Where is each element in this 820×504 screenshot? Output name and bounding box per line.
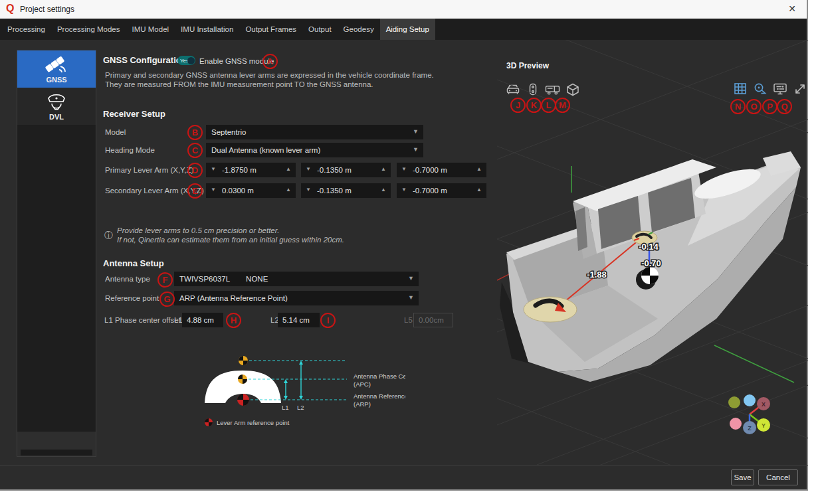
antenna-type-value: TWIVSP6037L (179, 275, 230, 283)
toggle-knob (187, 57, 195, 64)
dvl-icon (43, 92, 70, 112)
spin-down-icon[interactable]: ▼ (306, 187, 311, 193)
sidebar-item-gnss[interactable]: GNSS (17, 50, 96, 88)
secondary-lever-x-spinbox[interactable]: ▼ 0.0300 m ▲ (206, 183, 296, 198)
heading-mode-label: Heading Mode (105, 146, 155, 154)
save-button[interactable]: Save (731, 469, 754, 485)
model-label: Model (105, 128, 126, 136)
settings-tabbar: Processing Processing Modes IMU Model IM… (0, 19, 807, 40)
primary-lever-arm-label: Primary Lever Arm (X,Y,Z) (105, 166, 193, 174)
diagram-arp-label2: (ARP) (354, 400, 371, 408)
enable-gnss-toggle[interactable]: Yes (177, 56, 195, 65)
spin-up-icon[interactable]: ▲ (476, 187, 482, 193)
chevron-down-icon: ▼ (413, 146, 419, 153)
diagram-legend-label: Lever Arm reference point (217, 419, 290, 426)
chevron-down-icon: ▼ (408, 275, 414, 282)
secondary-lever-x-value: 0.0300 m (222, 187, 254, 195)
tab-geodesy[interactable]: Geodesy (338, 19, 380, 40)
chevron-down-icon: ▼ (413, 128, 419, 135)
diagram-apc-label1: Antenna Phase Center (354, 373, 405, 380)
antenna-setup-header: Antenna Setup (103, 258, 164, 268)
l1-label: L1 (174, 316, 183, 324)
annotation-m: M (555, 98, 570, 113)
l1-offset-input[interactable] (182, 313, 223, 327)
project-settings-dialog: Q Project settings ✕ Processing Processi… (0, 0, 808, 491)
primary-lever-z-spinbox[interactable]: ▼ -0.7000 m ▲ (397, 163, 486, 177)
l2-offset-input[interactable] (278, 313, 320, 327)
tab-imu-installation[interactable]: IMU Installation (175, 19, 239, 40)
annotation-l: L (541, 98, 556, 113)
primary-lever-y-value: -0.1350 m (317, 166, 352, 174)
tab-output-frames[interactable]: Output Frames (239, 19, 302, 40)
annotation-h: H (226, 313, 241, 328)
annotation-j: J (510, 98, 526, 113)
gnss-description-line2: They are measured FROM the IMU measureme… (105, 80, 373, 90)
spin-up-icon[interactable]: ▲ (381, 187, 386, 193)
spin-up-icon[interactable]: ▲ (286, 187, 291, 193)
model-value: Septentrio (211, 128, 246, 136)
tab-output[interactable]: Output (302, 19, 338, 40)
spin-down-icon[interactable]: ▼ (306, 166, 311, 172)
reference-point-dropdown[interactable]: ARP (Antenna Reference Point) ▼ (174, 291, 419, 305)
sidebar-item-label: DVL (49, 113, 64, 121)
gizmo-neg-z-button[interactable] (744, 394, 756, 406)
secondary-lever-y-value: -0.1350 m (317, 187, 352, 195)
model-dropdown[interactable]: Septentrio ▼ (206, 125, 423, 139)
annotation-d: D (187, 163, 203, 178)
chevron-down-icon: ▼ (408, 294, 414, 301)
secondary-lever-z-value: -0.7000 m (413, 187, 447, 195)
tab-processing-modes[interactable]: Processing Modes (51, 19, 126, 40)
spin-down-icon[interactable]: ▼ (401, 166, 407, 172)
annotation-p: P (762, 99, 777, 114)
info-icon: ⓘ (104, 230, 113, 242)
gnss-description-line1: Primary and secondary GNSS antenna lever… (105, 71, 434, 80)
heading-mode-dropdown[interactable]: Dual Antenna (known lever arm) ▼ (206, 143, 423, 157)
reference-point-label: Reference point (105, 294, 159, 302)
spin-down-icon[interactable]: ▼ (211, 187, 216, 193)
diagram-l1-label: L1 (282, 404, 289, 411)
diagram-l2-label: L2 (297, 404, 304, 411)
spin-up-icon[interactable]: ▲ (381, 166, 386, 172)
sidebar-scroll-strip[interactable] (21, 450, 92, 456)
primary-lever-x-spinbox[interactable]: ▼ -1.8750 m ▲ (206, 163, 296, 177)
aiding-source-list: GNSS DVL (17, 50, 96, 432)
lever-arm-y-label: -0.14 (639, 242, 659, 252)
diagram-apc-label2: (APC) (354, 380, 371, 388)
gizmo-neg-y-button[interactable] (728, 396, 740, 408)
l5-label: L5 (404, 316, 413, 324)
sidebar-item-dvl[interactable]: DVL (17, 88, 96, 125)
antenna-type-label: Antenna type (105, 275, 150, 283)
lever-arm-x-label: -1.88 (587, 270, 607, 280)
spin-up-icon[interactable]: ▲ (286, 166, 291, 172)
antenna-type-value2: NONE (246, 275, 268, 283)
secondary-lever-z-spinbox[interactable]: ▼ -0.7000 m ▲ (397, 183, 486, 198)
diagram-arp-label1: Antenna Reference Point (354, 392, 405, 400)
tab-processing[interactable]: Processing (1, 19, 51, 40)
annotation-o: O (746, 99, 762, 114)
tab-aiding-setup[interactable]: Aiding Setup (380, 19, 435, 40)
reference-point-value: ARP (Antenna Reference Point) (179, 294, 288, 302)
satellite-icon (43, 54, 70, 74)
primary-lever-y-spinbox[interactable]: ▼ -0.1350 m ▲ (301, 163, 391, 177)
window-title: Project settings (20, 5, 74, 14)
primary-lever-z-value: -0.7000 m (413, 166, 447, 174)
tab-imu-model[interactable]: IMU Model (126, 19, 175, 40)
axis-gizmo[interactable]: X Y Z (728, 394, 770, 434)
cancel-button[interactable]: Cancel (758, 469, 798, 485)
spin-down-icon[interactable]: ▼ (401, 187, 407, 193)
annotation-c: C (187, 143, 203, 158)
l5-offset-input (413, 313, 453, 327)
annotation-f: F (157, 272, 173, 288)
secondary-lever-y-spinbox[interactable]: ▼ -0.1350 m ▲ (301, 183, 391, 198)
spin-up-icon[interactable]: ▲ (476, 166, 482, 172)
close-icon[interactable]: ✕ (788, 3, 796, 14)
antenna-type-dropdown[interactable]: TWIVSP6037L NONE ▼ (174, 272, 419, 286)
gizmo-neg-x-button[interactable] (730, 418, 742, 430)
gizmo-z-label: Z (748, 425, 752, 432)
lever-arm-z-label: -0.70 (641, 258, 661, 268)
spin-down-icon[interactable]: ▼ (211, 166, 216, 172)
annotation-b: B (187, 125, 203, 140)
gnss-configuration-header: GNSS Configuration (103, 55, 187, 65)
gizmo-y-label: Y (762, 422, 766, 429)
annotation-n: N (730, 99, 746, 114)
